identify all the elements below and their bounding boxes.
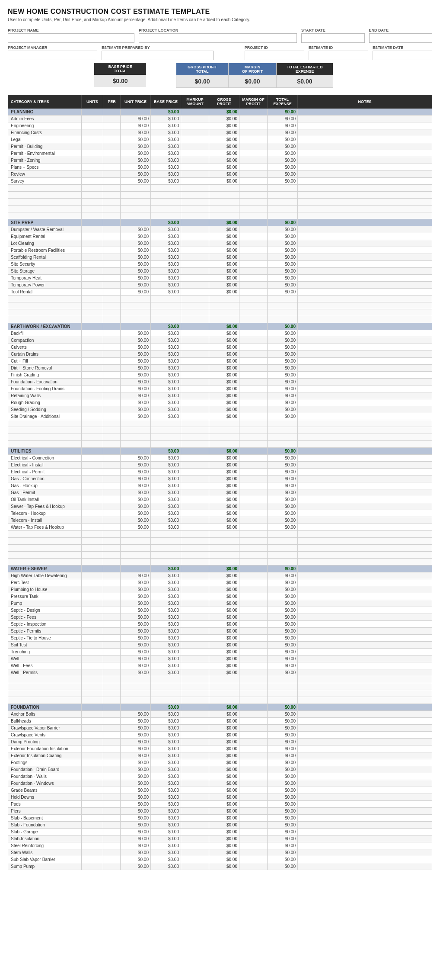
item-per[interactable] [103, 185, 121, 192]
item-units[interactable] [82, 233, 103, 240]
item-units[interactable] [82, 337, 103, 344]
estimate-date-input[interactable] [373, 51, 432, 60]
item-per[interactable] [103, 337, 121, 344]
item-units[interactable] [82, 185, 103, 192]
item-per[interactable] [103, 178, 121, 185]
item-per[interactable] [103, 559, 121, 566]
item-units[interactable] [82, 455, 103, 462]
item-units[interactable] [82, 129, 103, 136]
item-per[interactable] [103, 254, 121, 261]
item-units[interactable] [82, 780, 103, 787]
item-units[interactable] [82, 136, 103, 143]
item-units[interactable] [82, 808, 103, 815]
item-units[interactable] [82, 302, 103, 309]
item-units[interactable] [82, 842, 103, 849]
item-per[interactable] [103, 524, 121, 531]
item-per[interactable] [103, 476, 121, 482]
item-per[interactable] [103, 413, 121, 420]
item-units[interactable] [82, 351, 103, 358]
item-per[interactable] [103, 379, 121, 386]
item-units[interactable] [82, 413, 103, 420]
item-units[interactable] [82, 822, 103, 829]
item-per[interactable] [103, 469, 121, 476]
item-units[interactable] [82, 150, 103, 157]
item-per[interactable] [103, 690, 121, 697]
item-units[interactable] [82, 545, 103, 552]
item-units[interactable] [82, 642, 103, 649]
item-units[interactable] [82, 178, 103, 185]
item-per[interactable] [103, 572, 121, 579]
item-per[interactable] [103, 358, 121, 365]
item-per[interactable] [103, 780, 121, 787]
item-per[interactable] [103, 725, 121, 732]
item-units[interactable] [82, 773, 103, 780]
item-units[interactable] [82, 122, 103, 129]
item-per[interactable] [103, 517, 121, 524]
item-units[interactable] [82, 614, 103, 621]
item-units[interactable] [82, 766, 103, 773]
item-units[interactable] [82, 863, 103, 870]
item-units[interactable] [82, 296, 103, 302]
item-units[interactable] [82, 316, 103, 323]
item-per[interactable] [103, 766, 121, 773]
item-per[interactable] [103, 586, 121, 593]
item-per[interactable] [103, 822, 121, 829]
item-per[interactable] [103, 136, 121, 143]
item-units[interactable] [82, 524, 103, 531]
item-per[interactable] [103, 642, 121, 649]
item-units[interactable] [82, 794, 103, 801]
item-per[interactable] [103, 455, 121, 462]
item-units[interactable] [82, 718, 103, 725]
item-units[interactable] [82, 697, 103, 704]
item-units[interactable] [82, 392, 103, 399]
item-units[interactable] [82, 662, 103, 669]
item-per[interactable] [103, 296, 121, 302]
item-per[interactable] [103, 420, 121, 427]
item-per[interactable] [103, 233, 121, 240]
item-per[interactable] [103, 171, 121, 178]
project-manager-input[interactable] [8, 51, 97, 60]
item-per[interactable] [103, 600, 121, 607]
item-per[interactable] [103, 462, 121, 469]
item-units[interactable] [82, 164, 103, 171]
item-units[interactable] [82, 586, 103, 593]
item-per[interactable] [103, 808, 121, 815]
item-units[interactable] [82, 759, 103, 766]
item-per[interactable] [103, 739, 121, 745]
item-per[interactable] [103, 441, 121, 448]
item-units[interactable] [82, 372, 103, 379]
item-units[interactable] [82, 365, 103, 372]
item-per[interactable] [103, 531, 121, 538]
item-per[interactable] [103, 261, 121, 268]
item-units[interactable] [82, 517, 103, 524]
item-per[interactable] [103, 199, 121, 206]
item-units[interactable] [82, 676, 103, 683]
item-per[interactable] [103, 372, 121, 379]
item-per[interactable] [103, 552, 121, 559]
item-per[interactable] [103, 282, 121, 289]
end-date-input[interactable] [369, 33, 432, 43]
item-units[interactable] [82, 157, 103, 164]
item-units[interactable] [82, 462, 103, 469]
item-per[interactable] [103, 496, 121, 503]
item-per[interactable] [103, 309, 121, 316]
item-per[interactable] [103, 192, 121, 199]
item-units[interactable] [82, 476, 103, 482]
item-units[interactable] [82, 579, 103, 586]
estimate-id-input[interactable] [309, 51, 368, 60]
item-per[interactable] [103, 538, 121, 545]
item-units[interactable] [82, 358, 103, 365]
estimate-prepared-input[interactable] [102, 51, 214, 60]
item-units[interactable] [82, 482, 103, 489]
item-units[interactable] [82, 268, 103, 275]
item-per[interactable] [103, 849, 121, 856]
item-units[interactable] [82, 496, 103, 503]
item-per[interactable] [103, 226, 121, 233]
item-per[interactable] [103, 628, 121, 635]
item-units[interactable] [82, 725, 103, 732]
item-per[interactable] [103, 399, 121, 406]
item-units[interactable] [82, 510, 103, 517]
item-per[interactable] [103, 621, 121, 628]
item-per[interactable] [103, 842, 121, 849]
item-units[interactable] [82, 171, 103, 178]
